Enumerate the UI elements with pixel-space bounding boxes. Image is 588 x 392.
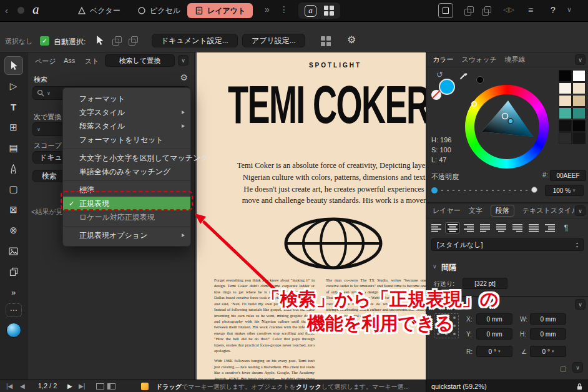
persona-pixel[interactable]: ピクセル [130, 3, 188, 18]
justify-left-icon[interactable] [478, 222, 492, 233]
menu-item-locale-regex[interactable]: ロケール対応正規表現 [63, 210, 190, 224]
paragraph-mark-icon[interactable]: ¶ [559, 222, 574, 233]
menu-item-whole-words[interactable]: 単語全体のみをマッチング [63, 165, 190, 179]
transform-panel-chevron-icon[interactable]: ∨ [575, 299, 586, 310]
shear-field[interactable]: 0 °▾ [530, 346, 566, 357]
stepper-down[interactable]: ▾ [576, 245, 578, 248]
group-icon[interactable] [482, 6, 490, 16]
kebab-menu-icon[interactable]: ⋮ [280, 5, 288, 14]
w-field[interactable]: 0 mm [530, 313, 566, 325]
swatch[interactable] [559, 132, 572, 144]
spread-view-icon[interactable] [107, 383, 115, 390]
swatch[interactable] [572, 107, 586, 119]
snapping-icon[interactable] [438, 3, 453, 18]
h-field[interactable]: 0 mm [530, 328, 566, 340]
profile-warning-icon[interactable] [141, 383, 149, 390]
color-wheel[interactable] [465, 85, 549, 169]
tab-paragraph[interactable]: 段落 [491, 205, 514, 217]
first-page-button[interactable]: |◀ [6, 383, 12, 390]
panel-menu-chevron-icon[interactable]: ∨ [178, 55, 189, 66]
single-page-icon[interactable] [96, 383, 104, 390]
window-dot-icon[interactable] [17, 7, 24, 14]
edit-all-layers-icon[interactable] [112, 36, 120, 46]
spacing-collapse-icon[interactable]: ∨ [433, 263, 437, 270]
opacity-slider-knob[interactable] [531, 187, 537, 193]
color-sphere-icon[interactable] [6, 323, 21, 338]
menu-item-paragraph-style[interactable]: 段落スタイル [63, 119, 190, 133]
last-page-button[interactable]: ▶| [79, 383, 85, 390]
tab-swatches[interactable]: スウォッチ [462, 55, 497, 64]
tab-color[interactable]: カラー [433, 55, 454, 64]
tab-layers[interactable]: レイヤー [433, 206, 461, 215]
justify-right-icon[interactable] [510, 222, 525, 233]
menu-item-standard[interactable]: 標準 [63, 183, 190, 197]
duplicate-icon[interactable] [464, 6, 473, 16]
paragraph-style-dropdown[interactable]: [スタイルなし] ▴▾ [431, 238, 584, 251]
move-cursor-icon[interactable] [95, 35, 104, 46]
justify-all-icon[interactable] [526, 222, 541, 233]
auto-select-checkbox[interactable]: ✓ [40, 36, 49, 46]
persona-vector[interactable]: ベクター [70, 3, 128, 18]
alignment-icon[interactable]: ≡ [528, 6, 533, 14]
affinity-badge-icon[interactable]: a [305, 5, 316, 17]
rotation-field[interactable]: 0 °▾ [476, 346, 512, 357]
menu-item-reset-format[interactable]: フォーマットをリセット [63, 133, 190, 147]
pen-tool[interactable] [4, 159, 23, 178]
pages-tool[interactable] [4, 262, 23, 281]
tab-pages[interactable]: ページ [35, 57, 56, 66]
transform-mode-icon[interactable] [129, 36, 137, 46]
ellipse-frame-tool[interactable]: ⊗ [4, 221, 23, 240]
settings-gear-icon[interactable]: ⚙ [180, 72, 188, 82]
swatch[interactable] [572, 70, 586, 82]
swatch[interactable] [572, 95, 586, 107]
transform-options-icon[interactable]: ▢ [560, 365, 566, 373]
swap-colors-icon[interactable]: ↺ [436, 70, 443, 79]
color-panel-chevron-icon[interactable]: ∨ [575, 54, 586, 65]
eyedropper-icon[interactable] [459, 72, 468, 82]
transform-more-chevron-icon[interactable]: ∨ [572, 362, 583, 373]
tab-text-styles[interactable]: テキストスタイル [522, 206, 579, 215]
text-panel-chevron-icon[interactable]: ∨ [575, 205, 586, 216]
persona-layout[interactable]: レイアウト [187, 3, 253, 18]
swatch[interactable] [559, 82, 572, 94]
opacity-slider-track[interactable] [441, 190, 532, 191]
document-settings-button[interactable]: ドキュメント設定... [152, 34, 238, 47]
fill-color-swatch[interactable] [439, 79, 455, 95]
menu-item-format[interactable]: フォーマット [63, 92, 190, 105]
flip-icon[interactable]: ◁▷ [503, 6, 514, 13]
tab-stroke[interactable]: 境界線 [505, 55, 526, 64]
page-indicator[interactable]: 1,2 / 2 [30, 382, 65, 390]
snapping-presets-icon[interactable] [321, 36, 331, 46]
tab-find-replace[interactable]: 検索して置換 [105, 54, 175, 67]
app-settings-button[interactable]: アプリ設定... [242, 34, 305, 47]
back-chevron-icon[interactable]: ‹ [5, 5, 8, 16]
tab-assets[interactable]: Ass [64, 57, 75, 64]
swatch[interactable] [572, 82, 586, 94]
opacity-value-box[interactable]: 100 %∨ [545, 185, 584, 196]
table-tool[interactable]: ⊞ [4, 118, 23, 137]
studio-grid-icon[interactable] [324, 6, 334, 16]
node-tool[interactable]: ▷ [4, 77, 23, 96]
secondary-color-dot[interactable] [476, 76, 484, 84]
shape-tool[interactable]: ▢ [4, 180, 23, 198]
replace-chevron-icon[interactable]: ∨ [37, 127, 41, 132]
preferences-gear-icon[interactable]: ⚙ [347, 34, 356, 46]
swatch[interactable] [559, 70, 572, 82]
move-tool[interactable] [4, 56, 23, 75]
tab-stock[interactable]: スト [85, 57, 99, 66]
justify-center-icon[interactable] [494, 222, 509, 233]
menu-item-regex[interactable]: ✓正規表現 [63, 197, 190, 210]
toolbar-chevron-icon[interactable]: ∨ [567, 6, 572, 13]
swatch[interactable] [559, 120, 572, 132]
swatch[interactable] [572, 120, 586, 132]
swatch[interactable] [559, 107, 572, 119]
menu-item-match-case[interactable]: 大文字と小文字を区別してマッチング [63, 151, 190, 165]
lock-icon[interactable] [576, 383, 583, 391]
next-page-button[interactable]: ▶ [67, 383, 72, 390]
menu-item-character-style[interactable]: 文字スタイル [63, 105, 190, 119]
opacity-mini-dot[interactable] [431, 187, 438, 194]
text-frame-tool[interactable]: ▤ [4, 139, 23, 157]
picture-frame-tool[interactable]: ⊠ [4, 200, 23, 219]
place-image-tool[interactable] [4, 242, 23, 260]
swatch[interactable] [572, 132, 586, 144]
